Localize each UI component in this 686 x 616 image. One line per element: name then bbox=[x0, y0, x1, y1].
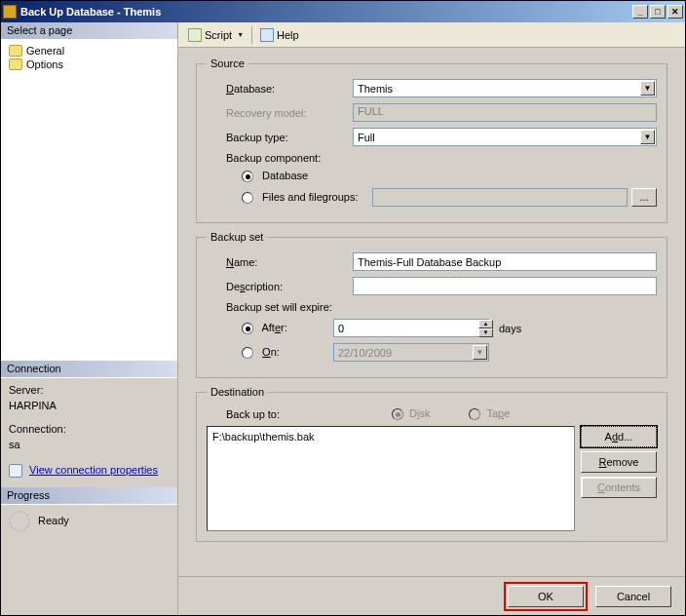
disk-label: Disk bbox=[409, 407, 430, 419]
database-label: Database: bbox=[207, 83, 353, 95]
name-label: Name: bbox=[207, 256, 353, 268]
nav-item-general[interactable]: General bbox=[5, 44, 173, 58]
radio-on[interactable] bbox=[242, 347, 253, 359]
destination-group: Destination Back up to: Disk Tape F:\bac… bbox=[196, 386, 667, 542]
help-icon bbox=[260, 28, 274, 42]
page-icon bbox=[9, 58, 22, 70]
connection-value: sa bbox=[9, 439, 170, 450]
days-label: days bbox=[499, 323, 521, 334]
window-title: Back Up Database - Themis bbox=[20, 6, 632, 18]
expire-label: Backup set will expire: bbox=[207, 301, 353, 313]
database-select[interactable]: Themis ▼ bbox=[353, 79, 657, 97]
radio-files[interactable] bbox=[242, 192, 253, 204]
files-field bbox=[372, 188, 628, 207]
properties-icon bbox=[9, 464, 22, 478]
after-spinner[interactable]: ▲▼ bbox=[478, 320, 493, 337]
connection-panel: Server: HARPINA Connection: sa View conn… bbox=[1, 378, 177, 487]
radio-files-label: Files and filegroups: bbox=[262, 191, 358, 203]
source-group: Source Database: Themis ▼ Recovery model… bbox=[196, 58, 667, 223]
progress-panel: Ready bbox=[1, 505, 177, 615]
connection-header: Connection bbox=[1, 361, 177, 378]
browse-files-button[interactable]: ... bbox=[631, 188, 657, 207]
close-button[interactable]: ✕ bbox=[667, 5, 683, 19]
radio-tape bbox=[469, 408, 480, 420]
backup-type-select[interactable]: Full ▼ bbox=[353, 128, 657, 146]
connection-label: Connection: bbox=[9, 423, 170, 435]
nav-label: Options bbox=[26, 58, 63, 70]
cancel-button[interactable]: Cancel bbox=[595, 586, 671, 607]
left-pane: Select a page General Options Connection… bbox=[1, 22, 178, 615]
after-days-input[interactable] bbox=[333, 319, 489, 337]
radio-disk bbox=[392, 408, 403, 420]
source-legend: Source bbox=[207, 58, 248, 69]
minimize-button[interactable]: _ bbox=[632, 5, 648, 19]
chevron-down-icon: ▼ bbox=[640, 81, 655, 96]
maximize-button[interactable]: □ bbox=[650, 5, 666, 19]
right-pane: Script ▼ Help Source Database: T bbox=[178, 22, 685, 615]
contents-button: Contents bbox=[581, 477, 657, 498]
after-label: After: bbox=[261, 322, 286, 333]
page-icon bbox=[9, 45, 22, 57]
app-icon bbox=[3, 5, 17, 19]
backup-type-label: Backup type: bbox=[207, 132, 353, 143]
description-label: Description: bbox=[207, 281, 353, 292]
dialog-window: Back Up Database - Themis _ □ ✕ Select a… bbox=[0, 0, 686, 616]
radio-database[interactable] bbox=[242, 171, 253, 182]
script-label: Script bbox=[205, 29, 232, 41]
radio-database-label: Database bbox=[262, 170, 308, 181]
script-button[interactable]: Script ▼ bbox=[184, 26, 248, 44]
destination-legend: Destination bbox=[207, 386, 268, 398]
select-page-header: Select a page bbox=[1, 22, 177, 40]
add-button[interactable]: Add... bbox=[581, 426, 657, 447]
backup-set-legend: Backup set bbox=[207, 231, 267, 243]
page-nav: General Options bbox=[1, 40, 177, 361]
chevron-down-icon: ▼ bbox=[473, 345, 487, 360]
name-input[interactable] bbox=[353, 252, 657, 271]
ok-highlight: OK bbox=[504, 582, 588, 611]
nav-item-options[interactable]: Options bbox=[5, 58, 173, 71]
chevron-down-icon: ▼ bbox=[237, 31, 244, 38]
description-input[interactable] bbox=[353, 277, 657, 295]
tape-label: Tape bbox=[486, 407, 510, 419]
on-date-value: 22/10/2009 bbox=[338, 347, 392, 359]
script-icon bbox=[188, 28, 202, 42]
backup-component-label: Backup component: bbox=[207, 152, 353, 164]
destination-item[interactable]: F:\backup\themis.bak bbox=[211, 430, 570, 443]
remove-button[interactable]: Remove bbox=[581, 451, 657, 473]
help-button[interactable]: Help bbox=[256, 26, 303, 44]
dialog-footer: OK Cancel bbox=[178, 576, 685, 615]
progress-text: Ready bbox=[38, 511, 69, 526]
view-connection-properties-link[interactable]: View connection properties bbox=[29, 464, 158, 476]
titlebar[interactable]: Back Up Database - Themis _ □ ✕ bbox=[1, 1, 685, 22]
on-date-picker: 22/10/2009 ▼ bbox=[333, 343, 489, 362]
database-value: Themis bbox=[358, 83, 393, 95]
nav-label: General bbox=[26, 45, 64, 57]
recovery-model-field: FULL bbox=[353, 103, 657, 122]
help-label: Help bbox=[277, 29, 299, 41]
progress-header: Progress bbox=[1, 487, 177, 505]
server-value: HARPINA bbox=[9, 400, 170, 411]
toolbar: Script ▼ Help bbox=[178, 22, 685, 48]
ok-button[interactable]: OK bbox=[508, 586, 584, 607]
destination-list[interactable]: F:\backup\themis.bak bbox=[207, 426, 575, 531]
backup-set-group: Backup set Name: Description: Backup set… bbox=[196, 231, 667, 378]
backup-type-value: Full bbox=[358, 132, 375, 143]
server-label: Server: bbox=[9, 384, 170, 396]
recovery-model-label: Recovery model: bbox=[207, 107, 353, 119]
backup-to-label: Back up to: bbox=[207, 408, 353, 420]
on-label: On: bbox=[262, 346, 280, 358]
chevron-down-icon: ▼ bbox=[640, 130, 655, 144]
radio-after[interactable] bbox=[242, 323, 253, 334]
progress-spinner-icon bbox=[9, 511, 30, 532]
